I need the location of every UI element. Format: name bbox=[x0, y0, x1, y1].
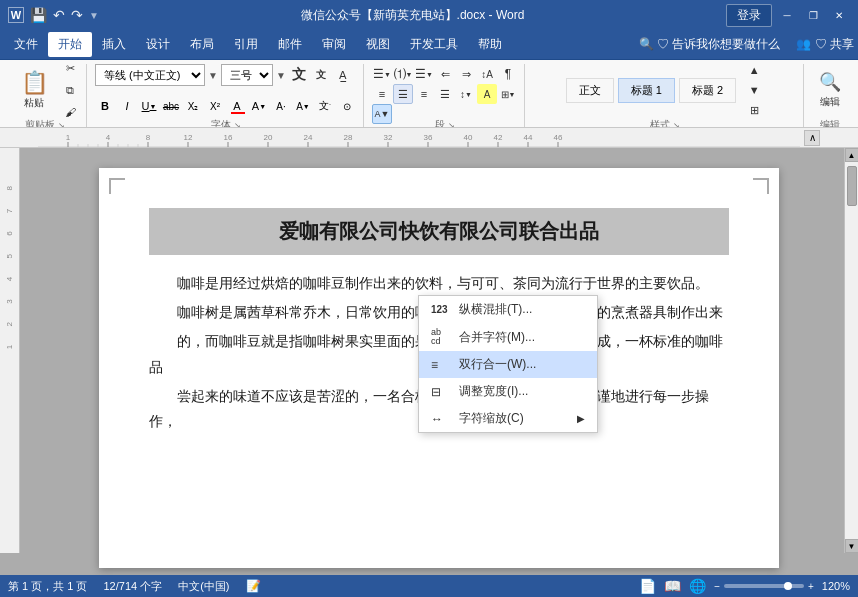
scrollbar-thumb[interactable] bbox=[847, 166, 857, 206]
font-name-selector[interactable]: 等线 (中文正文) bbox=[95, 64, 205, 86]
styles-down-button[interactable]: ▼ bbox=[744, 80, 764, 100]
numbering-button[interactable]: ⑴▼ bbox=[393, 64, 413, 84]
superscript-button[interactable]: X² bbox=[205, 96, 225, 116]
shading-button[interactable]: A bbox=[477, 84, 497, 104]
clear-format-btn[interactable]: A̲ bbox=[333, 65, 353, 85]
menu-dev[interactable]: 开发工具 bbox=[400, 32, 468, 57]
zoom-slider[interactable] bbox=[724, 584, 804, 588]
save-icon[interactable]: 💾 bbox=[30, 7, 47, 23]
undo-button[interactable]: ↶ bbox=[53, 7, 65, 23]
align-right-button[interactable]: ≡ bbox=[414, 84, 434, 104]
asian-layout-button[interactable]: A▼ bbox=[372, 104, 392, 124]
login-button[interactable]: 登录 bbox=[726, 4, 772, 27]
menu-help[interactable]: 帮助 bbox=[468, 32, 512, 57]
dropdown-combine-chars[interactable]: abcd 合并字符(M)... bbox=[419, 323, 597, 351]
title-bar: W 💾 ↶ ↷ ▼ 微信公众号【新萌英充电站】.docx - Word 登录 ─… bbox=[0, 0, 858, 30]
menu-design[interactable]: 设计 bbox=[136, 32, 180, 57]
menu-home[interactable]: 开始 bbox=[48, 32, 92, 57]
wen-small-btn[interactable]: 文 bbox=[311, 65, 331, 85]
highlight-button[interactable]: A▼ bbox=[249, 96, 269, 116]
increase-indent-button[interactable]: ⇒ bbox=[456, 64, 476, 84]
sort-icon: 123 bbox=[431, 304, 451, 315]
menu-layout[interactable]: 布局 bbox=[180, 32, 224, 57]
justify-button[interactable]: ☰ bbox=[435, 84, 455, 104]
font-extra-btn[interactable]: A▼ bbox=[293, 96, 313, 116]
language: 中文(中国) bbox=[178, 579, 229, 594]
decrease-indent-button[interactable]: ⇐ bbox=[435, 64, 455, 84]
styles-up-button[interactable]: ▲ bbox=[744, 60, 764, 80]
restore-button[interactable]: ❐ bbox=[802, 4, 824, 26]
italic-button[interactable]: I bbox=[117, 96, 137, 116]
vertical-ruler: 1 2 3 4 5 6 7 8 bbox=[0, 148, 20, 553]
cut-button[interactable]: ✂ bbox=[60, 60, 80, 78]
para-1[interactable]: 咖啡是用经过烘焙的咖啡豆制作出来的饮料，与可可、茶同为流行于世界的主要饮品。 bbox=[149, 271, 729, 296]
zoom-control[interactable]: − + bbox=[714, 581, 814, 592]
styles-label: 样式 ↘ bbox=[650, 116, 680, 128]
line-spacing-button[interactable]: ↕▼ bbox=[456, 84, 476, 104]
menu-ref[interactable]: 引用 bbox=[224, 32, 268, 57]
bold-button[interactable]: B bbox=[95, 96, 115, 116]
menu-review[interactable]: 审阅 bbox=[312, 32, 356, 57]
border-button[interactable]: ⊞▼ bbox=[498, 84, 518, 104]
find-button[interactable]: 🔍 编辑 bbox=[812, 64, 848, 116]
ruler-collapse-button[interactable]: ∧ bbox=[804, 130, 820, 146]
ribbon-clipboard: 📋 粘贴 ✂ ⧉ 🖌 剪贴板 ↘ bbox=[4, 64, 87, 128]
close-button[interactable]: ✕ bbox=[828, 4, 850, 26]
zoom-out-button[interactable]: − bbox=[714, 581, 720, 592]
ribbon-styles: 正文 标题 1 标题 2 ▲ ▼ ⊞ 样式 ↘ bbox=[527, 64, 804, 128]
font-color-button[interactable]: A bbox=[227, 96, 247, 116]
vertical-scrollbar[interactable]: ▲ ▼ bbox=[844, 148, 858, 553]
document-title-bg: 爱咖有限公司快饮有限公司联合出品 bbox=[149, 208, 729, 255]
redo-button[interactable]: ↷ bbox=[71, 7, 83, 23]
svg-text:44: 44 bbox=[524, 133, 533, 142]
tell-me[interactable]: 🔍 ♡ 告诉我你想要做什么 bbox=[639, 36, 781, 53]
svg-text:4: 4 bbox=[106, 133, 111, 142]
style-heading1[interactable]: 标题 1 bbox=[618, 78, 675, 103]
char-scale-arrow: ▶ bbox=[577, 413, 585, 424]
show-marks-button[interactable]: ¶ bbox=[498, 64, 518, 84]
view-read-button[interactable]: 📖 bbox=[664, 578, 681, 594]
ribbon-edit: 🔍 编辑 编辑 bbox=[806, 64, 854, 128]
two-lines-icon: ≡ bbox=[431, 358, 451, 372]
view-web-button[interactable]: 🌐 bbox=[689, 578, 706, 594]
wen-btn[interactable]: 文 bbox=[289, 65, 309, 85]
styles-expand-button[interactable]: ⊞ bbox=[744, 100, 764, 120]
font-size-selector[interactable]: 三号 bbox=[221, 64, 273, 86]
minimize-button[interactable]: ─ bbox=[776, 4, 798, 26]
sort-button[interactable]: ↕A bbox=[477, 64, 497, 84]
track-changes-icon: 📝 bbox=[246, 579, 261, 593]
copy-button[interactable]: ⧉ bbox=[60, 80, 80, 100]
menu-view[interactable]: 视图 bbox=[356, 32, 400, 57]
zoom-in-button[interactable]: + bbox=[808, 581, 814, 592]
align-left-button[interactable]: ≡ bbox=[372, 84, 392, 104]
menu-insert[interactable]: 插入 bbox=[92, 32, 136, 57]
multilevel-button[interactable]: ☰▼ bbox=[414, 64, 434, 84]
style-heading2[interactable]: 标题 2 bbox=[679, 78, 736, 103]
dropdown-two-lines[interactable]: ≡ 双行合一(W)... bbox=[419, 351, 597, 378]
strikethrough-button[interactable]: abc bbox=[161, 96, 181, 116]
menu-file[interactable]: 文件 bbox=[4, 32, 48, 57]
svg-text:36: 36 bbox=[424, 133, 433, 142]
view-print-button[interactable]: 📄 bbox=[639, 578, 656, 594]
paste-button[interactable]: 📋 粘贴 bbox=[10, 66, 58, 114]
svg-text:40: 40 bbox=[464, 133, 473, 142]
style-normal[interactable]: 正文 bbox=[566, 78, 614, 103]
encircle-btn[interactable]: ⊙ bbox=[337, 96, 357, 116]
share-button[interactable]: 👥 ♡ 共享 bbox=[796, 36, 854, 53]
subscript-button[interactable]: X₂ bbox=[183, 96, 203, 116]
bullets-button[interactable]: ☰▼ bbox=[372, 64, 392, 84]
scrollbar-up-button[interactable]: ▲ bbox=[845, 148, 859, 162]
dropdown-sort[interactable]: 123 纵横混排(T)... bbox=[419, 296, 597, 323]
edit-label: 编辑 bbox=[820, 116, 840, 128]
status-right: 📄 📖 🌐 − + 120% bbox=[639, 578, 850, 594]
scrollbar-down-button[interactable]: ▼ bbox=[845, 539, 859, 553]
title-bar-right: 登录 ─ ❐ ✕ bbox=[726, 4, 850, 27]
ribbon-font: 等线 (中文正文) ▼ 三号 ▼ 文 文 A̲ B I U▼ abc X₂ bbox=[89, 64, 364, 128]
align-center-button[interactable]: ☰ bbox=[393, 84, 413, 104]
dropdown-adjust-width[interactable]: ⊟ 调整宽度(I)... bbox=[419, 378, 597, 405]
dropdown-char-scale[interactable]: ↔ 字符缩放(C) ▶ bbox=[419, 405, 597, 432]
menu-mail[interactable]: 邮件 bbox=[268, 32, 312, 57]
underline-button[interactable]: U▼ bbox=[139, 96, 159, 116]
phonetic-btn[interactable]: 文ˉ bbox=[315, 96, 335, 116]
font-bg-button[interactable]: A· bbox=[271, 96, 291, 116]
